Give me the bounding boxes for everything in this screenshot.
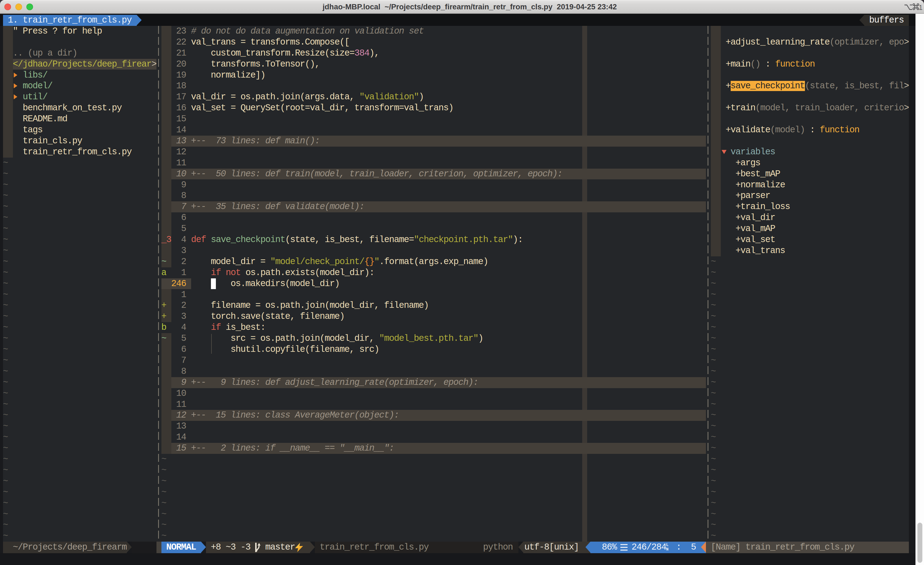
svg-text:1: 1 [919, 4, 922, 11]
